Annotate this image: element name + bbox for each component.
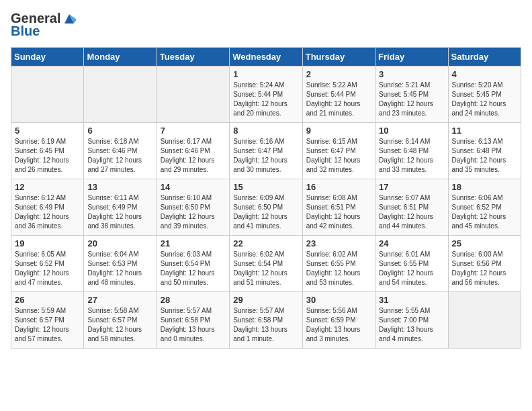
calendar-body: 1Sunrise: 5:24 AM Sunset: 5:44 PM Daylig… — [11, 66, 521, 349]
calendar-cell: 21Sunrise: 6:03 AM Sunset: 6:54 PM Dayli… — [157, 236, 229, 292]
day-info: Sunrise: 6:02 AM Sunset: 6:55 PM Dayligh… — [306, 250, 371, 287]
header-sunday: Sunday — [11, 48, 84, 66]
day-number: 15 — [233, 182, 298, 192]
calendar-cell: 20Sunrise: 6:04 AM Sunset: 6:53 PM Dayli… — [84, 236, 157, 292]
calendar-cell: 15Sunrise: 6:09 AM Sunset: 6:50 PM Dayli… — [230, 179, 302, 236]
calendar-cell: 8Sunrise: 6:16 AM Sunset: 6:47 PM Daylig… — [230, 123, 302, 179]
logo: General Blue — [11, 11, 77, 39]
day-info: Sunrise: 6:18 AM Sunset: 6:46 PM Dayligh… — [87, 137, 152, 175]
calendar-table: SundayMondayTuesdayWednesdayThursdayFrid… — [11, 47, 521, 349]
day-number: 18 — [452, 182, 517, 192]
day-number: 20 — [87, 238, 152, 248]
day-info: Sunrise: 5:59 AM Sunset: 6:57 PM Dayligh… — [15, 306, 80, 344]
calendar-cell: 10Sunrise: 6:14 AM Sunset: 6:48 PM Dayli… — [375, 123, 448, 179]
week-row-1: 5Sunrise: 6:19 AM Sunset: 6:45 PM Daylig… — [11, 123, 521, 179]
week-row-0: 1Sunrise: 5:24 AM Sunset: 5:44 PM Daylig… — [11, 66, 521, 123]
day-number: 3 — [379, 69, 444, 79]
day-number: 27 — [87, 295, 152, 305]
day-info: Sunrise: 6:13 AM Sunset: 6:48 PM Dayligh… — [452, 137, 517, 175]
day-number: 6 — [87, 126, 152, 136]
day-number: 9 — [306, 126, 371, 136]
day-number: 7 — [161, 126, 226, 136]
day-info: Sunrise: 6:14 AM Sunset: 6:48 PM Dayligh… — [379, 137, 444, 175]
calendar-cell: 6Sunrise: 6:18 AM Sunset: 6:46 PM Daylig… — [84, 123, 157, 179]
day-number: 23 — [306, 238, 371, 248]
day-info: Sunrise: 6:16 AM Sunset: 6:47 PM Dayligh… — [233, 137, 298, 175]
header-thursday: Thursday — [302, 48, 375, 66]
day-number: 16 — [306, 182, 371, 192]
week-row-2: 12Sunrise: 6:12 AM Sunset: 6:49 PM Dayli… — [11, 179, 521, 236]
calendar-cell: 24Sunrise: 6:01 AM Sunset: 6:55 PM Dayli… — [375, 236, 448, 292]
day-info: Sunrise: 6:02 AM Sunset: 6:54 PM Dayligh… — [233, 250, 298, 287]
calendar-cell: 16Sunrise: 6:08 AM Sunset: 6:51 PM Dayli… — [302, 179, 375, 236]
day-number: 14 — [161, 182, 226, 192]
calendar-cell — [84, 66, 157, 123]
day-number: 17 — [379, 182, 444, 192]
day-number: 29 — [233, 295, 298, 305]
day-info: Sunrise: 6:11 AM Sunset: 6:49 PM Dayligh… — [87, 193, 152, 231]
page-header: General Blue — [11, 11, 521, 39]
day-info: Sunrise: 6:08 AM Sunset: 6:51 PM Dayligh… — [306, 193, 371, 231]
day-number: 12 — [15, 182, 80, 192]
calendar-cell: 14Sunrise: 6:10 AM Sunset: 6:50 PM Dayli… — [157, 179, 229, 236]
calendar-cell: 1Sunrise: 5:24 AM Sunset: 5:44 PM Daylig… — [230, 66, 302, 123]
header-saturday: Saturday — [448, 48, 521, 66]
calendar-cell: 9Sunrise: 6:15 AM Sunset: 6:47 PM Daylig… — [302, 123, 375, 179]
day-number: 2 — [306, 69, 371, 79]
day-info: Sunrise: 6:04 AM Sunset: 6:53 PM Dayligh… — [87, 250, 152, 287]
day-info: Sunrise: 6:00 AM Sunset: 6:56 PM Dayligh… — [452, 250, 517, 287]
day-info: Sunrise: 5:58 AM Sunset: 6:57 PM Dayligh… — [87, 306, 152, 344]
calendar-cell: 28Sunrise: 5:57 AM Sunset: 6:58 PM Dayli… — [157, 292, 229, 349]
calendar-cell: 31Sunrise: 5:55 AM Sunset: 7:00 PM Dayli… — [375, 292, 448, 349]
day-number: 24 — [379, 238, 444, 248]
week-row-3: 19Sunrise: 6:05 AM Sunset: 6:52 PM Dayli… — [11, 236, 521, 292]
day-info: Sunrise: 5:20 AM Sunset: 5:45 PM Dayligh… — [452, 81, 517, 118]
day-number: 8 — [233, 126, 298, 136]
day-info: Sunrise: 5:57 AM Sunset: 6:58 PM Dayligh… — [233, 306, 298, 344]
day-info: Sunrise: 6:01 AM Sunset: 6:55 PM Dayligh… — [379, 250, 444, 287]
calendar-cell: 30Sunrise: 5:56 AM Sunset: 6:59 PM Dayli… — [302, 292, 375, 349]
calendar-cell: 25Sunrise: 6:00 AM Sunset: 6:56 PM Dayli… — [448, 236, 521, 292]
day-info: Sunrise: 6:19 AM Sunset: 6:45 PM Dayligh… — [15, 137, 80, 175]
calendar-cell: 29Sunrise: 5:57 AM Sunset: 6:58 PM Dayli… — [230, 292, 302, 349]
day-info: Sunrise: 6:15 AM Sunset: 6:47 PM Dayligh… — [306, 137, 371, 175]
day-info: Sunrise: 5:21 AM Sunset: 5:45 PM Dayligh… — [379, 81, 444, 118]
day-number: 25 — [452, 238, 517, 248]
calendar-cell: 5Sunrise: 6:19 AM Sunset: 6:45 PM Daylig… — [11, 123, 84, 179]
day-number: 28 — [161, 295, 226, 305]
calendar-cell: 23Sunrise: 6:02 AM Sunset: 6:55 PM Dayli… — [302, 236, 375, 292]
calendar-cell: 12Sunrise: 6:12 AM Sunset: 6:49 PM Dayli… — [11, 179, 84, 236]
calendar-cell: 11Sunrise: 6:13 AM Sunset: 6:48 PM Dayli… — [448, 123, 521, 179]
calendar-cell: 26Sunrise: 5:59 AM Sunset: 6:57 PM Dayli… — [11, 292, 84, 349]
calendar-cell: 18Sunrise: 6:06 AM Sunset: 6:52 PM Dayli… — [448, 179, 521, 236]
day-number: 21 — [161, 238, 226, 248]
day-number: 10 — [379, 126, 444, 136]
week-row-4: 26Sunrise: 5:59 AM Sunset: 6:57 PM Dayli… — [11, 292, 521, 349]
header-friday: Friday — [375, 48, 448, 66]
calendar-cell: 4Sunrise: 5:20 AM Sunset: 5:45 PM Daylig… — [448, 66, 521, 123]
day-number: 22 — [233, 238, 298, 248]
day-info: Sunrise: 6:05 AM Sunset: 6:52 PM Dayligh… — [15, 250, 80, 287]
calendar-cell: 3Sunrise: 5:21 AM Sunset: 5:45 PM Daylig… — [375, 66, 448, 123]
calendar-cell: 7Sunrise: 6:17 AM Sunset: 6:46 PM Daylig… — [157, 123, 229, 179]
logo-icon — [62, 11, 77, 26]
calendar-cell — [157, 66, 229, 123]
calendar-cell: 17Sunrise: 6:07 AM Sunset: 6:51 PM Dayli… — [375, 179, 448, 236]
calendar-cell: 27Sunrise: 5:58 AM Sunset: 6:57 PM Dayli… — [84, 292, 157, 349]
day-number: 5 — [15, 126, 80, 136]
day-info: Sunrise: 6:10 AM Sunset: 6:50 PM Dayligh… — [161, 193, 226, 231]
day-info: Sunrise: 6:06 AM Sunset: 6:52 PM Dayligh… — [452, 193, 517, 231]
day-info: Sunrise: 6:09 AM Sunset: 6:50 PM Dayligh… — [233, 193, 298, 231]
day-info: Sunrise: 6:07 AM Sunset: 6:51 PM Dayligh… — [379, 193, 444, 231]
day-info: Sunrise: 5:22 AM Sunset: 5:44 PM Dayligh… — [306, 81, 371, 118]
header-tuesday: Tuesday — [157, 48, 229, 66]
day-number: 26 — [15, 295, 80, 305]
header-monday: Monday — [84, 48, 157, 66]
header-wednesday: Wednesday — [230, 48, 302, 66]
day-number: 1 — [233, 69, 298, 79]
calendar-cell: 13Sunrise: 6:11 AM Sunset: 6:49 PM Dayli… — [84, 179, 157, 236]
day-number: 30 — [306, 295, 371, 305]
day-info: Sunrise: 5:24 AM Sunset: 5:44 PM Dayligh… — [233, 81, 298, 118]
calendar-cell — [11, 66, 84, 123]
calendar-cell — [448, 292, 521, 349]
